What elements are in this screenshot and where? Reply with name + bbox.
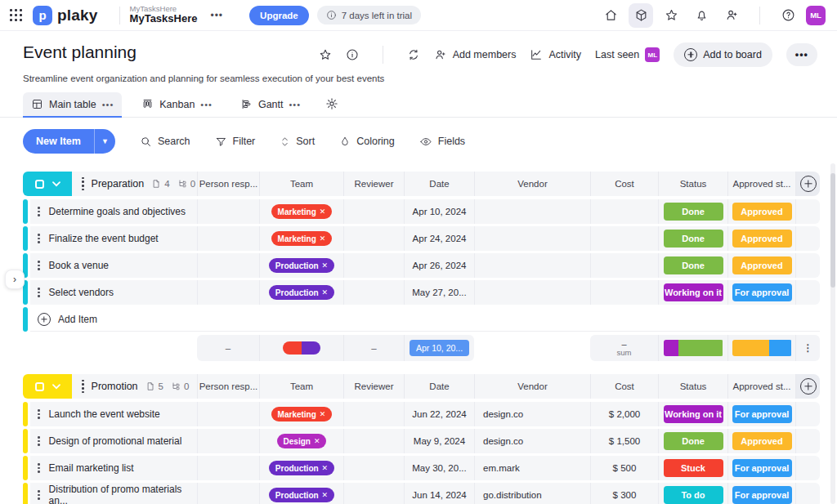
approved-badge[interactable]: For approval — [732, 486, 792, 504]
status-cell[interactable]: Done — [658, 226, 727, 251]
status-badge[interactable]: To do — [664, 486, 723, 504]
remove-label-icon[interactable]: ✕ — [314, 437, 320, 445]
team-label[interactable]: Production✕ — [269, 285, 334, 300]
drag-handle-icon[interactable] — [82, 177, 84, 190]
team-cell[interactable]: Marketing✕ — [259, 199, 343, 224]
person-cell[interactable] — [197, 226, 259, 251]
scrollbar-thumb[interactable] — [830, 173, 835, 288]
team-cell[interactable]: Production✕ — [259, 456, 343, 480]
summary-date[interactable]: Apr 10, 20... — [404, 335, 474, 361]
status-cell[interactable]: Working on it — [658, 280, 727, 305]
vendor-cell[interactable] — [474, 253, 590, 278]
team-cell[interactable]: Marketing✕ — [259, 402, 343, 426]
group-checkbox[interactable] — [35, 382, 44, 391]
summary-person[interactable]: – — [197, 335, 259, 361]
home-button[interactable] — [598, 3, 623, 28]
team-cell[interactable]: Marketing✕ — [259, 226, 343, 251]
date-cell[interactable]: Apr 24, 2024 — [404, 226, 474, 251]
approved-cell[interactable]: Approved — [727, 429, 795, 453]
group-title-cell[interactable]: Preparation 4 0 — [72, 172, 197, 196]
new-item-caret-icon[interactable]: ▼ — [94, 129, 115, 154]
approved-cell[interactable]: Approved — [727, 253, 795, 278]
vendor-cell[interactable] — [474, 280, 590, 305]
remove-label-icon[interactable]: ✕ — [320, 234, 326, 243]
drag-handle-icon[interactable] — [38, 463, 40, 473]
column-header-reviewer[interactable]: Reviewer — [343, 374, 404, 399]
summary-approved[interactable] — [727, 335, 795, 361]
remove-label-icon[interactable]: ✕ — [322, 464, 329, 472]
summary-reviewer[interactable]: – — [343, 335, 404, 361]
add-to-board-button[interactable]: Add to board — [674, 42, 772, 67]
person-cell[interactable] — [197, 253, 259, 278]
add-item-button[interactable]: Add Item — [30, 307, 820, 332]
person-cell[interactable] — [197, 483, 259, 504]
cost-cell[interactable]: $ 2,000 — [590, 402, 658, 426]
drag-handle-icon[interactable] — [38, 409, 40, 419]
sort-button[interactable]: Sort — [280, 136, 315, 148]
status-badge[interactable]: Done — [664, 256, 723, 274]
team-label[interactable]: Production✕ — [269, 488, 334, 502]
reviewer-cell[interactable] — [343, 253, 404, 278]
tab-menu-icon[interactable]: ••• — [200, 100, 213, 109]
approved-badge[interactable]: For approval — [732, 405, 792, 423]
approved-badge[interactable]: Approved — [732, 230, 792, 248]
status-cell[interactable]: Done — [658, 199, 727, 224]
item-name-cell[interactable]: Launch the event website — [30, 402, 197, 426]
person-cell[interactable] — [197, 456, 259, 480]
help-button[interactable] — [776, 3, 800, 28]
vendor-cell[interactable] — [474, 199, 590, 224]
tab-gantt[interactable]: Gantt ••• — [232, 92, 309, 117]
workspace-menu-icon[interactable]: ••• — [205, 7, 228, 25]
date-cell[interactable]: Apr 10, 2024 — [404, 199, 474, 224]
team-label[interactable]: Production✕ — [269, 258, 334, 273]
team-cell[interactable]: Production✕ — [259, 483, 343, 504]
reviewer-cell[interactable] — [343, 402, 404, 426]
column-header-cost[interactable]: Cost — [590, 172, 658, 196]
tab-kanban[interactable]: Kanban ••• — [133, 92, 221, 117]
item-name-cell[interactable]: Design of promotional material — [30, 429, 197, 453]
reviewer-cell[interactable] — [343, 456, 404, 480]
cost-cell[interactable] — [590, 226, 658, 251]
status-cell[interactable]: Done — [658, 253, 727, 278]
cost-cell[interactable]: $ 500 — [590, 456, 658, 480]
column-header-date[interactable]: Date — [404, 374, 474, 399]
user-avatar[interactable]: ML — [806, 6, 826, 25]
cost-cell[interactable] — [590, 253, 658, 278]
search-button[interactable]: Search — [140, 136, 190, 148]
status-badge[interactable]: Done — [664, 203, 723, 221]
approved-badge[interactable]: Approved — [732, 203, 792, 221]
person-cell[interactable] — [197, 280, 259, 305]
approved-cell[interactable]: For approval — [727, 456, 795, 480]
cost-cell[interactable]: $ 1,500 — [590, 429, 658, 453]
team-label[interactable]: Marketing✕ — [271, 231, 333, 246]
group-name[interactable]: Promotion — [92, 381, 138, 392]
drag-handle-icon[interactable] — [82, 380, 84, 393]
remove-label-icon[interactable]: ✕ — [322, 261, 329, 270]
drag-handle-icon[interactable] — [38, 207, 40, 216]
approved-cell[interactable]: For approval — [727, 280, 795, 305]
status-cell[interactable]: Stuck — [658, 456, 727, 480]
column-header-status[interactable]: Status — [658, 374, 727, 399]
status-cell[interactable]: Working on it — [658, 402, 727, 426]
sync-button[interactable] — [407, 48, 420, 61]
drag-handle-icon[interactable] — [38, 261, 40, 270]
status-badge[interactable]: Done — [664, 432, 723, 450]
date-cell[interactable]: Jun 22, 2024 — [404, 402, 474, 426]
approved-badge[interactable]: Approved — [732, 256, 792, 274]
group-select[interactable] — [23, 172, 72, 196]
reviewer-cell[interactable] — [343, 429, 404, 453]
column-header-approved[interactable]: Approved st... — [727, 374, 795, 399]
group-name[interactable]: Preparation — [92, 178, 145, 190]
favorite-board-button[interactable] — [319, 48, 332, 61]
summary-status[interactable] — [658, 335, 727, 361]
tab-menu-icon[interactable]: ••• — [289, 100, 302, 109]
board-menu-button[interactable]: ••• — [786, 43, 817, 66]
person-cell[interactable] — [197, 402, 259, 426]
item-name-cell[interactable]: Determine goals and objectives — [30, 199, 197, 224]
reviewer-cell[interactable] — [343, 280, 404, 305]
approved-badge[interactable]: Approved — [732, 432, 792, 450]
team-cell[interactable]: Production✕ — [259, 253, 343, 278]
status-badge[interactable]: Working on it — [664, 405, 723, 423]
status-badge[interactable]: Done — [664, 230, 723, 248]
tab-menu-icon[interactable]: ••• — [102, 100, 114, 109]
